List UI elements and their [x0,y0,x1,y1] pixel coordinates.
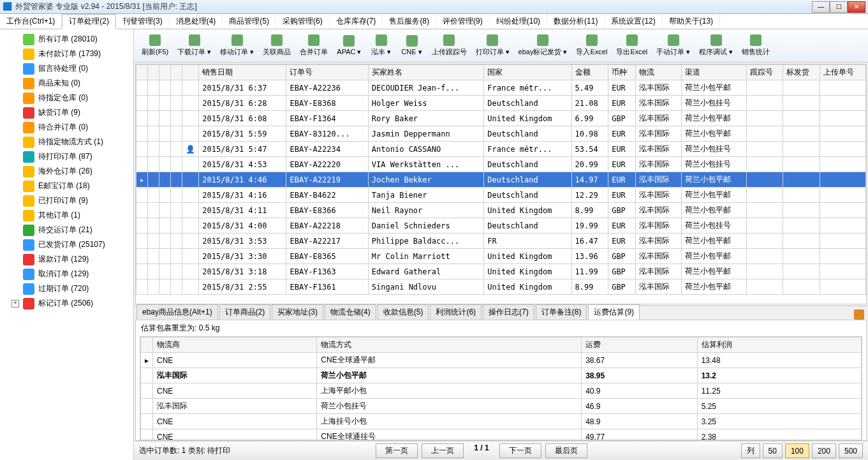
column-header[interactable]: 订单号 [286,65,368,80]
column-header[interactable]: 销售日期 [199,65,286,80]
menu-tab[interactable]: 消息处理(4) [170,14,223,29]
book-icon[interactable] [854,309,864,320]
table-row[interactable]: 2015/8/31 6:08EBAY-F1364Rory BakerUnited… [136,111,866,126]
sidebar-item[interactable]: 过期订单 (720) [0,281,133,296]
toolbar-button[interactable]: 移动订单 ▾ [216,33,258,58]
menu-tab[interactable]: 系统设置(12) [605,14,662,29]
table-row[interactable]: 2015/8/31 5:59EBAY-83120...Jasmin Depper… [136,126,866,142]
page-size-button[interactable]: 100 [785,443,809,458]
maximize-button[interactable]: ☐ [830,1,848,13]
menu-tab[interactable]: 数据分析(11) [547,14,605,29]
sidebar-item[interactable]: 待指定物流方式 (1) [0,135,133,149]
sidebar-item[interactable]: 其他订单 (1) [0,208,133,223]
columns-button[interactable]: 列 [741,443,760,458]
column-header[interactable]: 物流方式 [317,338,582,353]
table-row[interactable]: 2015/8/31 6:37EBAY-A22236DECOUDIER Jean-… [136,80,866,96]
detail-tab[interactable]: 利润统计(6) [430,304,482,320]
sidebar-item[interactable]: 退款订单 (129) [0,252,133,267]
menu-tab[interactable]: 订单处理(2) [62,14,116,29]
shipping-grid[interactable]: 物流商物流方式运费估算利润▸CNECNE全球通平邮38.6713.48泓丰国际荷… [140,336,862,440]
column-header[interactable]: 物流商 [153,338,317,353]
table-row[interactable]: 👤2015/8/31 5:47EBAY-A22234Antonio CASSAN… [136,142,866,157]
sidebar-item[interactable]: 待打印订单 (87) [0,149,133,164]
table-row[interactable]: 2015/8/31 6:28EBAY-E8368Holger WeissDeut… [136,96,866,111]
sidebar-item[interactable]: 待指定仓库 (0) [0,91,133,105]
table-row[interactable]: 泓丰国际荷兰小包平邮38.9513.2 [141,368,862,383]
next-page-button[interactable]: 下一页 [499,443,541,458]
detail-tab[interactable]: ebay商品信息(Alt+1) [136,304,218,320]
order-grid[interactable]: 销售日期订单号买家姓名国家金额币种物流渠道跟踪号标发货上传单号2015/8/31… [135,64,867,304]
toolbar-button[interactable]: 刷新(F5) [138,33,172,58]
prev-page-button[interactable]: 上一页 [422,443,464,458]
expand-icon[interactable]: + [11,300,19,308]
sidebar-item[interactable]: E邮宝订单 (18) [0,179,133,193]
menu-tab[interactable]: 帮助关于(13) [663,14,720,29]
detail-tab[interactable]: 收款信息(5) [378,304,429,320]
column-header[interactable]: 标发货 [783,65,820,80]
sidebar-item[interactable]: 已打印订单 (9) [0,193,133,208]
page-size-button[interactable]: 200 [812,443,836,458]
column-header[interactable]: 上传单号 [820,65,865,80]
column-header[interactable]: 国家 [484,65,571,80]
toolbar-button[interactable]: 手动订单 ▾ [652,33,694,58]
toolbar-button[interactable]: 上传跟踪号 [428,33,471,58]
table-row[interactable]: 2015/8/31 4:11EBAY-E8366Neil RaynorUnite… [136,203,866,218]
table-row[interactable]: 2015/8/31 2:55EBAY-F1361Singani NdlovuUn… [136,279,866,295]
column-header[interactable]: 买家姓名 [368,65,483,80]
toolbar-button[interactable]: 关联商品 [259,33,295,58]
sidebar-item[interactable]: 海外仓订单 (26) [0,164,133,179]
toolbar-button[interactable]: 合并订单 [296,33,332,58]
page-size-button[interactable]: 50 [763,443,783,458]
detail-tab[interactable]: 物流仓储(4) [325,304,376,320]
table-row[interactable]: ▸CNECNE全球通平邮38.6713.48 [141,353,862,368]
toolbar-button[interactable]: 泓丰 ▾ [367,33,396,58]
table-row[interactable]: 2015/8/31 4:53EBAY-A22220VIA Werkstätten… [136,157,866,172]
detail-tab[interactable]: 订单备注(8) [536,304,587,320]
toolbar-button[interactable]: 导入Excel [572,33,611,58]
toolbar-button[interactable]: ebay标记发货 ▾ [515,33,571,58]
menu-tab[interactable]: 纠纷处理(10) [490,14,547,29]
table-row[interactable]: 2015/8/31 3:53EBAY-A22217Philippe Baldac… [136,234,866,249]
sidebar-item[interactable]: +标记订单 (2506) [0,296,133,311]
sidebar-item[interactable]: 商品未知 (0) [0,76,133,91]
table-row[interactable]: CNE上海挂号小包48.93.25 [141,414,862,429]
sidebar-item[interactable]: 缺货订单 (9) [0,105,133,120]
detail-tab[interactable]: 运费估算(9) [588,304,640,320]
table-row[interactable]: 2015/8/31 3:18EBAY-F1363Edward GatheralU… [136,264,866,279]
column-header[interactable]: 渠道 [682,65,747,80]
menu-tab[interactable]: 采购管理(6) [276,14,330,29]
sidebar-item[interactable]: 所有订单 (28010) [0,32,133,47]
toolbar-button[interactable]: 销售统计 [738,33,774,58]
detail-tab[interactable]: 订单商品(2) [219,304,271,320]
table-row[interactable]: 2015/8/31 4:00EBAY-A22218Daniel Schniede… [136,218,866,234]
menu-tab[interactable]: 商品管理(5) [223,14,276,29]
column-header[interactable]: 币种 [608,65,636,80]
column-header[interactable]: 物流 [635,65,681,80]
toolbar-button[interactable]: 导出Excel [612,33,651,58]
table-row[interactable]: 泓丰国际荷兰小包挂号46.95.25 [141,399,862,414]
menu-tab[interactable]: 工作台(Ctrl+1) [0,14,62,29]
toolbar-button[interactable]: 打印订单 ▾ [472,33,513,58]
menu-tab[interactable]: 仓库库存(7) [330,14,383,29]
page-size-button[interactable]: 500 [839,443,863,458]
table-row[interactable]: 2015/8/31 3:30EBAY-E8365Mr Colin Marriot… [136,249,866,264]
minimize-button[interactable]: — [812,1,830,13]
menu-tab[interactable]: 评价管理(9) [436,14,490,29]
detail-tab[interactable]: 操作日志(7) [483,304,534,320]
menu-tab[interactable]: 刊登管理(3) [116,14,170,29]
table-row[interactable]: CNE上海平邮小包40.911.25 [141,383,862,399]
sidebar-item[interactable]: 取消订单 (129) [0,267,133,281]
detail-tab[interactable]: 买家地址(3) [272,304,323,320]
table-row[interactable]: CNECNE全球通挂号49.772.38 [141,429,862,441]
toolbar-button[interactable]: 下载订单 ▾ [173,33,215,58]
column-header[interactable]: 跟踪号 [746,65,783,80]
table-row[interactable]: 2015/8/31 4:16EBAY-B4622Tanja BienerDeut… [136,188,866,203]
sidebar-item[interactable]: 待交运订单 (21) [0,223,133,237]
table-row[interactable]: ▸2015/8/31 4:46EBAY-A22219Jochen BekkerD… [136,172,866,188]
menu-tab[interactable]: 售后服务(8) [383,14,436,29]
close-button[interactable]: ✕ [848,1,865,13]
toolbar-button[interactable]: 程序调试 ▾ [695,33,737,58]
column-header[interactable]: 金额 [571,65,608,80]
first-page-button[interactable]: 第一页 [376,443,418,458]
last-page-button[interactable]: 最后页 [545,443,587,458]
